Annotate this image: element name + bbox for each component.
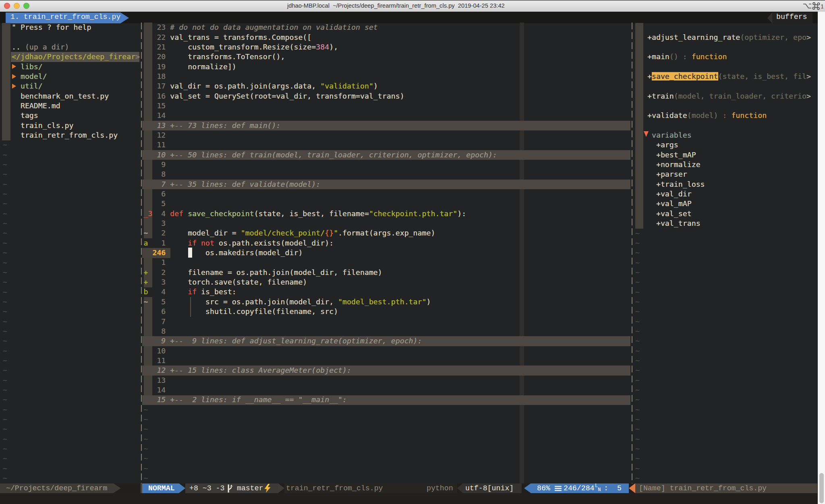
svg-text:1: 1: [821, 3, 823, 10]
